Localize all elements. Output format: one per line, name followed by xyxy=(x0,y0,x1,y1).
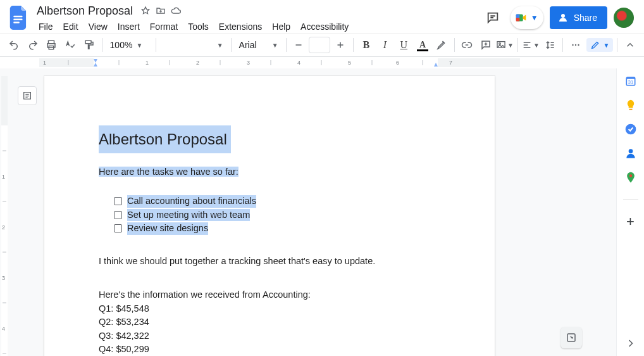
svg-rect-4 xyxy=(516,15,520,18)
menu-insert[interactable]: Insert xyxy=(113,19,144,34)
menu-view[interactable]: View xyxy=(84,19,112,34)
meet-button[interactable]: ▼ xyxy=(511,6,543,29)
chevron-down-icon: ▼ xyxy=(136,42,142,49)
svg-text:2: 2 xyxy=(196,60,199,66)
svg-point-11 xyxy=(499,43,501,45)
tasks-icon[interactable] xyxy=(624,123,637,136)
checklist-item[interactable]: Set up meeting with web team xyxy=(114,209,453,222)
intro-text[interactable]: Here are the tasks we have so far: xyxy=(99,167,238,177)
menu-extensions[interactable]: Extensions xyxy=(214,19,266,34)
svg-rect-53 xyxy=(629,109,632,110)
move-icon[interactable] xyxy=(156,6,166,16)
accounting-line[interactable]: Q3: $42,322 xyxy=(99,330,453,343)
checklist-item[interactable]: Review site designs xyxy=(114,222,453,235)
undo-button[interactable] xyxy=(5,36,23,54)
insert-image-button[interactable]: ▼ xyxy=(496,36,514,54)
svg-point-14 xyxy=(578,44,579,46)
accounting-line[interactable]: Q4: $50,299 xyxy=(99,343,453,356)
svg-text:7: 7 xyxy=(449,60,452,66)
editing-mode-button[interactable]: ▼ xyxy=(586,38,613,52)
chevron-down-icon: ▼ xyxy=(217,42,223,49)
chevron-down-icon: ▼ xyxy=(603,42,609,49)
line-spacing-button[interactable] xyxy=(541,36,559,54)
accounting-line[interactable]: Q1: $45,548 xyxy=(99,303,453,315)
keep-icon[interactable] xyxy=(624,99,637,111)
checklist: Call accounting about financials Set up … xyxy=(99,195,453,235)
side-panel: 31 + xyxy=(616,68,644,356)
add-comment-button[interactable] xyxy=(477,36,495,54)
maps-icon[interactable] xyxy=(624,171,637,184)
underline-button[interactable]: U xyxy=(395,36,412,54)
insert-link-button[interactable] xyxy=(459,36,476,54)
checkbox-icon[interactable] xyxy=(114,197,122,205)
comment-history-icon[interactable] xyxy=(481,6,504,29)
hide-sidepanel-button[interactable] xyxy=(624,337,637,350)
menu-file[interactable]: File xyxy=(34,19,58,34)
star-icon[interactable] xyxy=(140,6,151,16)
svg-rect-16 xyxy=(39,58,94,67)
text-color-button[interactable]: A xyxy=(414,36,431,54)
highlight-color-button[interactable] xyxy=(433,36,450,54)
share-button[interactable]: Share xyxy=(550,6,607,29)
doc-title[interactable]: Albertson Proposal xyxy=(34,4,135,18)
svg-rect-2 xyxy=(13,22,20,23)
styles-select[interactable]: ▼ xyxy=(160,37,227,53)
chevron-down-icon: ▼ xyxy=(272,42,278,49)
redo-button[interactable] xyxy=(24,36,42,54)
accounting-intro[interactable]: Here's the information we received from … xyxy=(99,289,453,302)
checklist-item[interactable]: Call accounting about financials xyxy=(114,195,453,208)
share-button-label: Share xyxy=(574,13,597,23)
svg-text:4: 4 xyxy=(2,326,5,332)
contacts-icon[interactable] xyxy=(624,147,637,160)
font-value: Arial xyxy=(239,40,257,50)
svg-point-55 xyxy=(628,149,633,153)
accounting-line[interactable]: Q2: $53,234 xyxy=(99,316,453,329)
chevron-down-icon: ▼ xyxy=(533,42,540,49)
more-button[interactable] xyxy=(567,36,585,54)
svg-text:2: 2 xyxy=(2,224,5,231)
calendar-icon[interactable]: 31 xyxy=(624,75,637,87)
show-outline-button[interactable] xyxy=(18,86,37,105)
menu-edit[interactable]: Edit xyxy=(59,19,83,34)
get-addons-button[interactable]: + xyxy=(626,215,635,229)
explore-button[interactable] xyxy=(560,327,582,348)
spellcheck-button[interactable] xyxy=(61,36,79,54)
hide-menus-button[interactable] xyxy=(621,36,639,54)
cloud-status-icon[interactable] xyxy=(171,6,181,16)
bold-button[interactable]: B xyxy=(357,36,375,54)
font-size-increase[interactable] xyxy=(331,36,349,54)
menubar: File Edit View Insert Format Tools Exten… xyxy=(34,19,353,34)
document-page[interactable]: Albertson Proposal Here are the tasks we… xyxy=(44,76,495,356)
checkbox-icon[interactable] xyxy=(114,211,122,219)
menu-format[interactable]: Format xyxy=(146,19,182,34)
align-button[interactable]: ▼ xyxy=(522,36,540,54)
account-avatar[interactable] xyxy=(614,8,634,28)
print-button[interactable] xyxy=(42,36,60,54)
svg-text:3: 3 xyxy=(247,60,250,66)
paint-format-button[interactable] xyxy=(80,36,98,54)
svg-text:4: 4 xyxy=(297,60,300,66)
font-select[interactable]: Arial▼ xyxy=(235,37,282,53)
svg-rect-0 xyxy=(13,16,22,17)
vertical-ruler[interactable]: 1 2 3 4 xyxy=(0,76,9,356)
svg-text:31: 31 xyxy=(628,79,633,85)
checklist-item-label[interactable]: Call accounting about financials xyxy=(127,195,256,208)
checklist-item-label[interactable]: Set up meeting with web team xyxy=(127,209,250,222)
checklist-item-label[interactable]: Review site designs xyxy=(127,222,208,235)
docs-logo-icon[interactable] xyxy=(8,6,30,29)
menu-help[interactable]: Help xyxy=(268,19,295,34)
italic-button[interactable]: I xyxy=(376,36,394,54)
menu-tools[interactable]: Tools xyxy=(183,19,213,34)
font-size-input[interactable] xyxy=(309,37,330,53)
svg-point-56 xyxy=(629,174,631,177)
doc-heading[interactable]: Albertson Proposal xyxy=(99,125,231,153)
font-size-decrease[interactable] xyxy=(290,36,308,54)
zoom-select[interactable]: 100%▼ xyxy=(106,37,152,53)
svg-point-13 xyxy=(574,44,576,46)
checkbox-icon[interactable] xyxy=(114,224,122,232)
menu-accessibility[interactable]: Accessibility xyxy=(296,19,353,34)
body-paragraph[interactable]: I think we should put together a trackin… xyxy=(99,255,453,268)
svg-rect-9 xyxy=(85,41,91,44)
horizontal-ruler[interactable]: 1 1 2 3 4 5 6 7 xyxy=(39,57,620,68)
svg-text:6: 6 xyxy=(396,60,399,66)
